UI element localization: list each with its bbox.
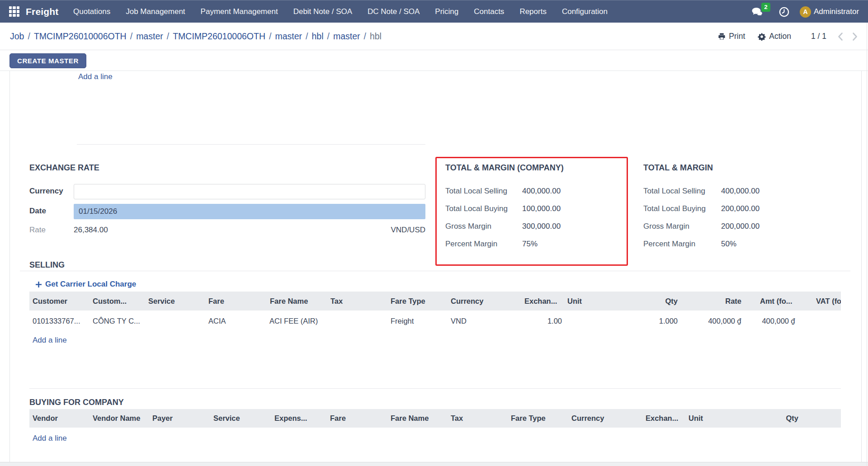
selling-table: Customer Custom... Service Fare Fare Nam… bbox=[29, 292, 841, 358]
print-button[interactable]: Print bbox=[718, 32, 745, 41]
tmc-row-value: 400,000.00 bbox=[522, 187, 561, 196]
tm-row-label: Gross Margin bbox=[643, 222, 689, 231]
buying-col-vendor-name[interactable]: Vendor Name bbox=[93, 409, 140, 428]
date-label: Date bbox=[29, 207, 46, 216]
breadcrumb-separator: / bbox=[302, 31, 311, 42]
selling-col-tax[interactable]: Tax bbox=[330, 292, 343, 311]
menu-payment-management[interactable]: Payment Management bbox=[193, 0, 286, 23]
breadcrumb-separator: / bbox=[127, 31, 136, 42]
buying-col-unit[interactable]: Unit bbox=[689, 409, 703, 428]
buying-table: Vendor Vendor Name Payer Service Expens.… bbox=[29, 409, 841, 428]
menu-dc-note-soa[interactable]: DC Note / SOA bbox=[360, 0, 427, 23]
selling-col-customer[interactable]: Customer bbox=[33, 292, 67, 311]
breadcrumb-item[interactable]: hbl bbox=[311, 31, 323, 42]
clock-icon bbox=[779, 7, 789, 17]
tm-row-label: Total Local Buying bbox=[643, 204, 706, 213]
breadcrumb-item[interactable]: TMCIMP26010006OTH bbox=[173, 31, 265, 42]
selling-col-amt[interactable]: Amt (fo... bbox=[760, 292, 793, 311]
selling-col-rate[interactable]: Rate bbox=[678, 292, 741, 311]
menu-pricing[interactable]: Pricing bbox=[427, 0, 466, 23]
tm-row-value: 200,000.00 bbox=[721, 204, 760, 213]
buying-col-fare[interactable]: Fare bbox=[330, 409, 346, 428]
messages-button[interactable]: 2 bbox=[751, 6, 771, 18]
date-input[interactable]: 01/15/2026 bbox=[74, 204, 425, 219]
selling-cell-qty: 1.000 bbox=[626, 311, 678, 331]
buying-table-header: Vendor Vendor Name Payer Service Expens.… bbox=[29, 409, 841, 428]
messages-count-badge: 2 bbox=[761, 3, 770, 12]
tm-row-value: 400,000.00 bbox=[721, 187, 760, 196]
breadcrumb-item[interactable]: TMCIMP26010006OTH bbox=[34, 31, 127, 42]
selling-cell-customer-name: CÔNG TY C... bbox=[93, 311, 140, 331]
selling-col-vat[interactable]: VAT (fo... bbox=[816, 292, 841, 311]
page-bottom-strip bbox=[0, 462, 868, 466]
tmc-row-label: Total Local Buying bbox=[445, 204, 508, 213]
top-navbar: Freight Quotations Job Management Paymen… bbox=[0, 0, 868, 23]
navbar-right: 2 A Administrator bbox=[751, 0, 868, 23]
selling-add-a-line[interactable]: Add a line bbox=[33, 336, 67, 345]
menu-job-management[interactable]: Job Management bbox=[118, 0, 193, 23]
buying-col-exchange[interactable]: Exchan... bbox=[646, 409, 678, 428]
buying-col-vendor[interactable]: Vendor bbox=[33, 409, 58, 428]
menu-configuration[interactable]: Configuration bbox=[554, 0, 615, 23]
selling-table-header: Customer Custom... Service Fare Fare Nam… bbox=[29, 292, 841, 311]
buying-col-tax[interactable]: Tax bbox=[451, 409, 463, 428]
main-menu: Quotations Job Management Payment Manage… bbox=[66, 0, 615, 23]
buying-col-currency[interactable]: Currency bbox=[571, 409, 604, 428]
get-carrier-local-charge-button[interactable]: Get Carrier Local Charge bbox=[36, 280, 136, 289]
selling-col-qty[interactable]: Qty bbox=[626, 292, 678, 311]
selling-row[interactable]: 0101333767... CÔNG TY C... ACIA ACI FEE … bbox=[29, 311, 841, 331]
buying-col-fare-type[interactable]: Fare Type bbox=[511, 409, 546, 428]
printer-icon bbox=[718, 33, 726, 40]
buying-add-a-line[interactable]: Add a line bbox=[33, 434, 67, 443]
print-label: Print bbox=[729, 32, 745, 41]
buying-col-payer[interactable]: Payer bbox=[152, 409, 173, 428]
buying-col-qty[interactable]: Qty bbox=[741, 409, 798, 428]
selling-cell-customer: 0101333767... bbox=[33, 311, 80, 331]
app-brand[interactable]: Freight bbox=[26, 0, 59, 23]
selling-block-bottom-border bbox=[29, 388, 841, 389]
menu-reports[interactable]: Reports bbox=[512, 0, 554, 23]
tmc-row-label: Percent Margin bbox=[445, 240, 497, 249]
breadcrumb-item[interactable]: master bbox=[333, 31, 360, 42]
statusbar: CREATE MASTER bbox=[0, 50, 868, 71]
breadcrumb-item[interactable]: master bbox=[136, 31, 163, 42]
buying-col-service[interactable]: Service bbox=[213, 409, 240, 428]
selling-col-customer-name[interactable]: Custom... bbox=[93, 292, 127, 311]
user-avatar[interactable]: A bbox=[800, 6, 811, 18]
control-panel-right: Print Action 1 / 1 bbox=[718, 23, 868, 50]
selling-col-exchange[interactable]: Exchan... bbox=[524, 292, 557, 311]
pager-previous-icon[interactable] bbox=[837, 32, 843, 41]
selling-col-fare-type[interactable]: Fare Type bbox=[391, 292, 425, 311]
selling-cell-fare-type: Freight bbox=[391, 311, 414, 331]
selling-col-service[interactable]: Service bbox=[148, 292, 175, 311]
buying-col-fare-name[interactable]: Fare Name bbox=[391, 409, 429, 428]
exchange-rate-title: EXCHANGE RATE bbox=[29, 163, 99, 173]
create-master-button[interactable]: CREATE MASTER bbox=[9, 53, 86, 68]
selling-col-fare[interactable]: Fare bbox=[208, 292, 224, 311]
activities-button[interactable] bbox=[779, 7, 789, 17]
plus-icon bbox=[36, 282, 42, 287]
tm-row-label: Percent Margin bbox=[643, 240, 695, 249]
tmc-row-value: 100,000.00 bbox=[522, 204, 561, 213]
menu-quotations[interactable]: Quotations bbox=[66, 0, 118, 23]
breadcrumb: Job / TMCIMP26010006OTH / master / TMCIM… bbox=[10, 23, 382, 50]
currency-input[interactable] bbox=[74, 184, 425, 199]
control-panel: Job / TMCIMP26010006OTH / master / TMCIM… bbox=[0, 23, 868, 50]
buying-col-expense[interactable]: Expens... bbox=[274, 409, 307, 428]
breadcrumb-job[interactable]: Job bbox=[10, 31, 24, 42]
menu-debit-note-soa[interactable]: Debit Note / SOA bbox=[286, 0, 360, 23]
action-button[interactable]: Action bbox=[758, 32, 791, 41]
top-list-add-a-line[interactable]: Add a line bbox=[78, 72, 113, 81]
breadcrumb-item[interactable]: master bbox=[275, 31, 302, 42]
selling-col-fare-name[interactable]: Fare Name bbox=[270, 292, 308, 311]
menu-contacts[interactable]: Contacts bbox=[466, 0, 512, 23]
selling-cell-fare: ACIA bbox=[208, 311, 226, 331]
user-name[interactable]: Administrator bbox=[814, 7, 867, 16]
selling-col-unit[interactable]: Unit bbox=[567, 292, 582, 311]
apps-grid-icon[interactable] bbox=[9, 6, 19, 17]
pager-next-icon[interactable] bbox=[852, 32, 858, 41]
breadcrumb-separator: / bbox=[360, 31, 370, 42]
form-sheet bbox=[9, 71, 862, 462]
selling-col-currency[interactable]: Currency bbox=[451, 292, 483, 311]
window-edge-line bbox=[867, 23, 867, 466]
